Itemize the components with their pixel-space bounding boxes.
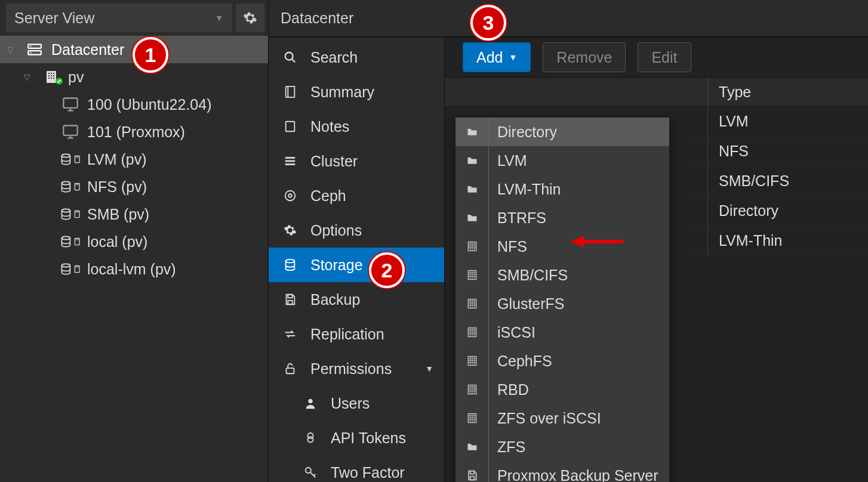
nav-backup[interactable]: Backup bbox=[269, 282, 444, 317]
tree-node-pv[interactable]: ▽ pv bbox=[0, 63, 268, 91]
unlock-icon bbox=[282, 362, 298, 375]
tree-storage-smb[interactable]: SMB (pv) bbox=[0, 200, 268, 228]
content-nav: Search Summary Notes Cluster Ceph Option… bbox=[269, 37, 445, 482]
nav-label: API Tokens bbox=[331, 430, 406, 447]
nav-ceph[interactable]: Ceph bbox=[269, 178, 444, 213]
dd-proxmox-backup[interactable]: Proxmox Backup Server bbox=[455, 461, 669, 482]
tree-storage-local[interactable]: local (pv) bbox=[0, 228, 268, 255]
dd-glusterfs[interactable]: GlusterFS bbox=[455, 289, 669, 318]
building-icon bbox=[455, 404, 489, 432]
building-icon bbox=[455, 347, 489, 375]
dd-label: RBD bbox=[489, 375, 669, 404]
chevron-down-icon: ▽ bbox=[24, 72, 35, 82]
dd-label: NFS bbox=[489, 232, 669, 261]
settings-button[interactable] bbox=[236, 4, 264, 32]
database-icon bbox=[60, 153, 81, 166]
add-button-label: Add bbox=[476, 49, 503, 66]
database-icon bbox=[60, 180, 81, 193]
book-icon bbox=[282, 85, 298, 98]
dd-smb-cifs[interactable]: SMB/CIFS bbox=[455, 261, 669, 289]
nav-label: Permissions bbox=[310, 360, 392, 378]
tree-storage-locallvm[interactable]: local-lvm (pv) bbox=[0, 255, 268, 283]
dd-cephfs[interactable]: CephFS bbox=[455, 347, 669, 375]
nav-api-tokens[interactable]: API Tokens bbox=[269, 421, 444, 455]
tree-storage-nfs[interactable]: NFS (pv) bbox=[0, 173, 268, 200]
dd-label: BTRFS bbox=[489, 203, 669, 232]
dd-label: LVM bbox=[489, 146, 669, 175]
nav-label: Cluster bbox=[310, 153, 358, 170]
dd-iscsi[interactable]: iSCSI bbox=[455, 318, 669, 347]
tree-item-label: local-lvm (pv) bbox=[87, 261, 176, 278]
main-panel: Add ▼ Remove Edit Type LVM NFS SMB/CIFS … bbox=[445, 37, 868, 482]
nav-search[interactable]: Search bbox=[269, 40, 444, 75]
nav-permissions[interactable]: Permissions▼ bbox=[269, 351, 444, 386]
dd-label: ZFS bbox=[489, 432, 669, 461]
table-header: Type bbox=[445, 77, 868, 107]
database-icon bbox=[60, 235, 81, 248]
add-storage-dropdown: Directory LVM LVM-Thin BTRFS NFS SMB/CIF… bbox=[455, 118, 669, 482]
dd-label: Proxmox Backup Server bbox=[489, 461, 669, 482]
view-selector[interactable]: Server View ▼ bbox=[4, 4, 232, 32]
nav-storage[interactable]: Storage bbox=[269, 248, 444, 282]
folder-icon bbox=[455, 203, 489, 232]
tree-storage-lvm[interactable]: LVM (pv) bbox=[0, 146, 268, 173]
bars-icon bbox=[282, 155, 298, 168]
dd-nfs[interactable]: NFS bbox=[455, 232, 669, 261]
database-icon bbox=[282, 258, 298, 271]
nav-label: Options bbox=[310, 222, 362, 239]
tree-datacenter[interactable]: ▽ Datacenter bbox=[0, 36, 268, 63]
add-button[interactable]: Add ▼ bbox=[463, 42, 531, 72]
nav-label: Backup bbox=[310, 291, 360, 308]
dd-zfs[interactable]: ZFS bbox=[455, 432, 669, 461]
replication-icon bbox=[282, 327, 298, 341]
sidebar: Server View ▼ ▽ Datacenter ▽ pv 100 (Ubu… bbox=[0, 0, 269, 482]
tree-item-label: SMB (pv) bbox=[87, 206, 149, 223]
dd-btrfs[interactable]: BTRFS bbox=[455, 203, 669, 232]
tree-item-label: LVM (pv) bbox=[87, 151, 147, 168]
nav-two-factor[interactable]: Two Factor bbox=[269, 455, 444, 482]
tree-datacenter-label: Datacenter bbox=[51, 41, 124, 58]
key-icon bbox=[302, 466, 319, 479]
remove-button[interactable]: Remove bbox=[543, 42, 626, 72]
nav-replication[interactable]: Replication bbox=[269, 317, 444, 351]
building-icon bbox=[455, 289, 489, 318]
tree-vm-101[interactable]: 101 (Proxmox) bbox=[0, 118, 268, 146]
edit-button-label: Edit bbox=[651, 49, 677, 66]
col-type-header[interactable]: Type bbox=[707, 78, 868, 106]
search-icon bbox=[282, 51, 298, 64]
dd-label: Directory bbox=[489, 118, 669, 146]
nav-summary[interactable]: Summary bbox=[269, 75, 444, 109]
nav-cluster[interactable]: Cluster bbox=[269, 144, 444, 178]
monitor-icon bbox=[60, 96, 81, 113]
nav-users[interactable]: Users bbox=[269, 386, 444, 421]
cell-type: LVM bbox=[707, 107, 868, 136]
dd-lvm-thin[interactable]: LVM-Thin bbox=[455, 175, 669, 203]
dd-directory[interactable]: Directory bbox=[455, 118, 669, 146]
folder-icon bbox=[455, 175, 489, 203]
nav-label: Users bbox=[331, 395, 370, 412]
nav-notes[interactable]: Notes bbox=[269, 109, 444, 144]
nav-options[interactable]: Options bbox=[269, 213, 444, 248]
cell-type: NFS bbox=[707, 137, 868, 166]
chevron-down-icon: ▼ bbox=[509, 52, 517, 62]
database-icon bbox=[60, 208, 81, 221]
dd-label: SMB/CIFS bbox=[489, 261, 669, 289]
folder-icon bbox=[455, 118, 489, 146]
nav-label: Two Factor bbox=[331, 464, 405, 481]
cell-type: LVM-Thin bbox=[707, 226, 868, 255]
tree-vm-100[interactable]: 100 (Ubuntu22.04) bbox=[0, 91, 268, 118]
chevron-down-icon: ▼ bbox=[425, 364, 433, 373]
chevron-down-icon: ▼ bbox=[215, 13, 223, 23]
dd-label: LVM-Thin bbox=[489, 175, 669, 203]
dd-label: GlusterFS bbox=[489, 289, 669, 318]
dd-zfs-over-iscsi[interactable]: ZFS over iSCSI bbox=[455, 404, 669, 432]
page-title: Datacenter bbox=[281, 10, 353, 27]
dd-lvm[interactable]: LVM bbox=[455, 146, 669, 175]
save-icon bbox=[282, 293, 298, 306]
dd-rbd[interactable]: RBD bbox=[455, 375, 669, 404]
node-icon bbox=[41, 70, 62, 84]
building-icon bbox=[455, 232, 489, 261]
note-icon bbox=[282, 120, 298, 133]
gear-icon bbox=[243, 11, 257, 25]
edit-button[interactable]: Edit bbox=[638, 42, 691, 72]
